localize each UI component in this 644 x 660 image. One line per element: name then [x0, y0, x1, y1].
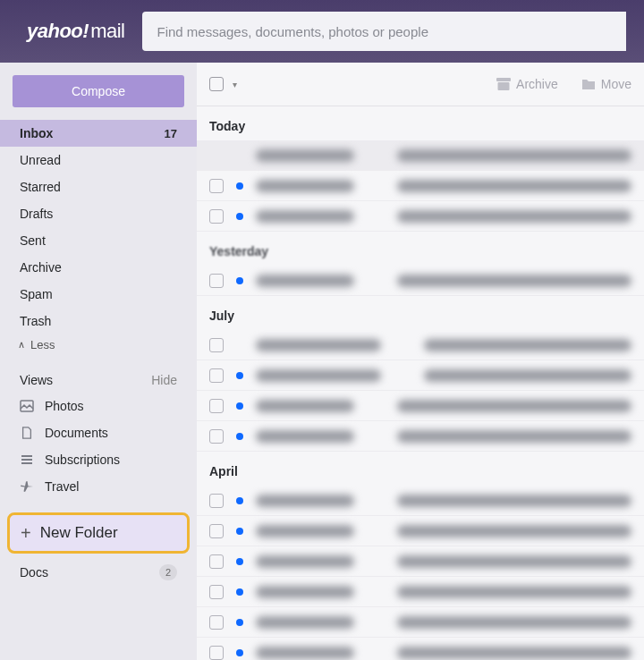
sender-blur [256, 275, 354, 287]
svg-rect-1 [496, 78, 511, 81]
subject-blur [424, 339, 631, 351]
sender-blur [256, 495, 354, 507]
folder-label: Docs [20, 565, 48, 580]
folder-drafts[interactable]: Drafts [0, 200, 197, 227]
folder-spam[interactable]: Spam [0, 281, 197, 308]
group-july: July [197, 296, 644, 330]
message-list: Today Yesterday July April [197, 106, 644, 660]
message-row[interactable] [197, 201, 644, 232]
row-checkbox[interactable] [209, 524, 224, 538]
folder-unread[interactable]: Unread [0, 147, 197, 173]
folder-count: 17 [165, 127, 177, 140]
folder-inbox[interactable]: Inbox 17 [0, 120, 197, 147]
group-april: April [197, 452, 644, 486]
archive-button[interactable]: Archive [496, 77, 558, 91]
folder-label: Unread [20, 153, 61, 167]
list-icon [20, 453, 34, 467]
collapse-folders[interactable]: ∧ Less [0, 334, 197, 360]
row-checkbox[interactable] [209, 615, 224, 630]
sender-blur [256, 647, 354, 659]
subject-blur [424, 369, 631, 382]
message-row[interactable] [197, 486, 644, 516]
subject-blur [397, 495, 631, 507]
folder-archive[interactable]: Archive [0, 254, 197, 281]
subject-blur [397, 275, 631, 287]
compose-button[interactable]: Compose [13, 75, 184, 107]
message-row[interactable] [197, 421, 644, 452]
folder-starred[interactable]: Starred [0, 173, 197, 200]
unread-dot [236, 402, 243, 410]
message-row[interactable] [197, 266, 644, 296]
yahoo-mail-logo[interactable]: yahoo!mail [27, 20, 124, 43]
message-row[interactable] [197, 638, 644, 660]
row-checkbox[interactable] [209, 585, 224, 599]
user-folder-docs[interactable]: Docs 2 [0, 559, 197, 586]
row-checkbox[interactable] [209, 494, 224, 508]
view-label: Documents [45, 426, 108, 440]
row-checkbox[interactable] [209, 429, 224, 444]
row-checkbox[interactable] [209, 399, 224, 413]
row-checkbox[interactable] [209, 179, 224, 193]
row-checkbox[interactable] [209, 209, 224, 224]
new-folder-highlight: + New Folder [7, 512, 190, 554]
sidebar: Compose Inbox 17 Unread Starred Drafts S… [0, 63, 197, 660]
sender-blur [256, 180, 354, 192]
row-checkbox[interactable] [209, 554, 224, 569]
move-icon [581, 78, 596, 90]
unread-dot [236, 182, 243, 190]
row-checkbox[interactable] [209, 646, 224, 660]
row-checkbox[interactable] [209, 338, 224, 352]
search-container [142, 12, 626, 51]
folder-sent[interactable]: Sent [0, 227, 197, 254]
plane-icon [20, 479, 34, 494]
archive-icon [496, 78, 511, 90]
subject-blur [397, 149, 631, 162]
folder-label: Inbox [20, 126, 53, 140]
message-row[interactable] [197, 330, 644, 360]
sender-blur [256, 369, 381, 382]
new-folder-button[interactable]: + New Folder [7, 512, 190, 554]
row-checkbox[interactable] [209, 274, 224, 288]
app-header: yahoo!mail [0, 0, 644, 63]
unread-dot [236, 649, 243, 656]
folder-badge: 2 [159, 564, 177, 580]
message-row[interactable] [197, 577, 644, 607]
message-row[interactable] [197, 360, 644, 391]
message-row[interactable] [197, 140, 644, 171]
folder-label: Starred [20, 180, 61, 194]
system-folders: Inbox 17 Unread Starred Drafts Sent Arch… [0, 120, 197, 334]
sender-blur [256, 555, 354, 568]
folder-label: Trash [20, 314, 51, 328]
view-label: Photos [45, 399, 84, 413]
new-folder-label: New Folder [40, 524, 118, 542]
view-photos[interactable]: Photos [0, 393, 197, 419]
group-yesterday: Yesterday [197, 232, 644, 266]
view-documents[interactable]: Documents [0, 419, 197, 446]
folder-trash[interactable]: Trash [0, 308, 197, 334]
sender-blur [256, 339, 381, 351]
view-subscriptions[interactable]: Subscriptions [0, 446, 197, 473]
folder-label: Drafts [20, 207, 53, 221]
select-dropdown-caret[interactable]: ▾ [233, 80, 237, 89]
search-input[interactable] [142, 12, 626, 51]
plus-icon: + [21, 523, 31, 544]
action-label: Archive [516, 77, 558, 91]
unread-dot [236, 277, 243, 284]
row-checkbox[interactable] [209, 368, 224, 383]
message-row[interactable] [197, 391, 644, 421]
message-row[interactable] [197, 546, 644, 577]
subject-blur [397, 616, 631, 629]
subject-blur [397, 210, 631, 223]
message-row[interactable] [197, 516, 644, 546]
document-icon [20, 426, 34, 440]
select-all-checkbox[interactable] [209, 77, 224, 91]
sender-blur [256, 586, 354, 598]
message-row[interactable] [197, 171, 644, 201]
unread-dot [236, 528, 243, 535]
hide-views-button[interactable]: Hide [151, 373, 177, 387]
view-travel[interactable]: Travel [0, 473, 197, 500]
move-button[interactable]: Move [581, 77, 631, 91]
views-header: Views Hide [0, 360, 197, 393]
message-row[interactable] [197, 607, 644, 638]
unread-dot [236, 619, 243, 626]
